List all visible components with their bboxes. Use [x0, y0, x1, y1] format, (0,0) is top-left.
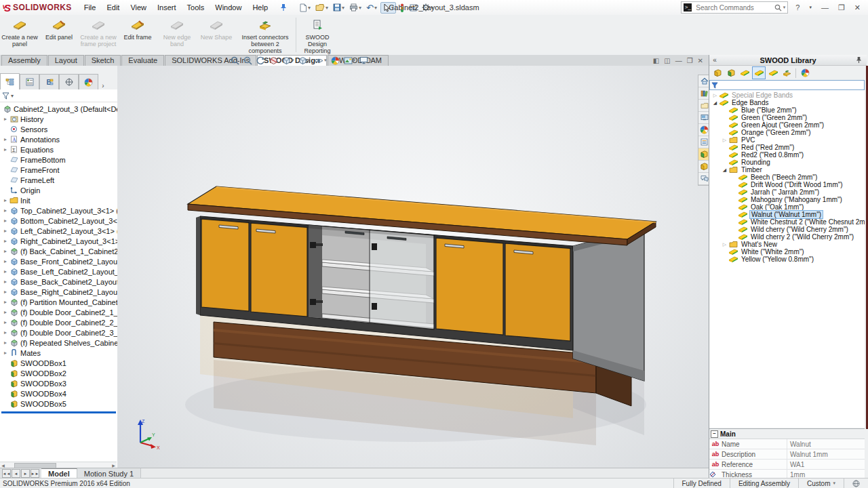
library-item[interactable]: ◢Timber: [709, 166, 865, 174]
graphics-viewport[interactable]: Z X Y: [117, 66, 709, 468]
pin-icon[interactable]: [280, 3, 287, 12]
expand-arrow-icon[interactable]: ▸: [2, 136, 9, 142]
tab-motion-study-1[interactable]: Motion Study 1: [77, 468, 141, 479]
collapse-group-icon[interactable]: −: [711, 430, 718, 438]
tree-item[interactable]: FrameBottom: [0, 155, 117, 165]
restore-button[interactable]: ❐: [836, 3, 847, 12]
library-item[interactable]: ▷What's New: [709, 241, 865, 248]
expand-arrow-icon[interactable]: ▸: [2, 238, 9, 244]
tree-filter-row[interactable]: ▾: [0, 89, 117, 102]
menu-view[interactable]: View: [130, 3, 146, 12]
custom-caret-icon[interactable]: ▾: [833, 481, 835, 486]
tab-evaluate[interactable]: Evaluate: [121, 55, 164, 66]
tree-item[interactable]: ▸Base_Front_Cabinet2_Layout_3<1> (De: [0, 256, 117, 266]
menu-tools[interactable]: Tools: [187, 3, 205, 12]
library-filter-row[interactable]: [709, 80, 865, 90]
propertymanager-tab[interactable]: [20, 74, 39, 89]
display-style-icon[interactable]: ▾: [298, 56, 311, 65]
tree-item[interactable]: ▸Base_Left_Cabinet2_Layout_3<1> (Def: [0, 266, 117, 277]
edge-bands-icon[interactable]: [752, 66, 766, 79]
tree-item[interactable]: ▸Bottom_Cabinet2_Layout_3<1> (Defau: [0, 216, 117, 226]
tree-item[interactable]: ▸(f) Double Door_Cabinet2_1_Cabinet2_: [0, 307, 117, 317]
expand-arrow-icon[interactable]: ▸: [2, 258, 9, 264]
tree-item[interactable]: SWOODBox4: [0, 388, 117, 399]
tree-item[interactable]: ▸Top_Cabinet2_Layout_3<1> (Default<: [0, 205, 117, 216]
new-document-icon[interactable]: ▾: [298, 3, 312, 13]
search-input[interactable]: [694, 3, 774, 12]
properties-group-header[interactable]: − Main: [709, 429, 865, 439]
help-button[interactable]: ?: [793, 3, 802, 12]
expand-arrow-icon[interactable]: ▸: [2, 319, 9, 325]
expand-arrow-icon[interactable]: ▷: [722, 242, 728, 247]
panels-icon[interactable]: [738, 67, 751, 79]
edit-frame-button[interactable]: Edit frame: [118, 15, 157, 55]
globe-icon[interactable]: [844, 479, 868, 488]
tree-item[interactable]: Origin: [0, 185, 117, 195]
library-item[interactable]: Green ("Green 2mm"): [709, 114, 865, 121]
minimize-button[interactable]: —: [819, 3, 831, 12]
expand-arrow-icon[interactable]: ▸: [2, 340, 9, 346]
configurationmanager-tab[interactable]: B: [39, 74, 59, 89]
tree-item[interactable]: ▸ΣEquations: [0, 144, 117, 155]
expand-arrow-icon[interactable]: ▸: [2, 289, 9, 295]
filter-caret-icon[interactable]: ▾: [11, 93, 14, 99]
expand-arrow-icon[interactable]: ◢: [712, 100, 718, 106]
apply-scene-icon[interactable]: ▾: [344, 56, 356, 65]
first-tab-icon[interactable]: ◄◄: [2, 469, 11, 478]
swood-design-reporting-button[interactable]: SWOOD Design Reporting: [298, 15, 337, 55]
tree-item[interactable]: ▸AAnnotations: [0, 134, 117, 144]
tree-item[interactable]: ▸(f) Double Door_Cabinet2_2_Cabinet2_: [0, 317, 117, 327]
library-pin-icon[interactable]: [856, 56, 867, 64]
boxes-icon[interactable]: [725, 67, 737, 79]
view-orientation-icon[interactable]: ▾: [282, 56, 294, 65]
menu-file[interactable]: File: [84, 3, 96, 12]
library-item[interactable]: Orange ("Green 2mm"): [709, 129, 865, 136]
tree-item[interactable]: ▸Right_Cabinet2_Layout_3<1> (Default: [0, 236, 117, 246]
expand-arrow-icon[interactable]: ▸: [2, 146, 9, 152]
library-item[interactable]: Blue ("Blue 2mm"): [709, 106, 865, 114]
tree-root[interactable]: Cabinet2_Layout_3 (Default<Default_Displ: [0, 104, 117, 114]
create-new-panel-button[interactable]: Create a new panel: [0, 15, 39, 55]
print-icon[interactable]: ▾: [348, 3, 363, 12]
library-item[interactable]: Drift Wood ("Drift Wood 1mm"): [709, 181, 865, 188]
property-value[interactable]: Walnut 1mm: [787, 449, 865, 459]
edit-appearance-icon[interactable]: [331, 56, 340, 65]
tab-assembly[interactable]: Assembly: [1, 55, 47, 66]
connectors-icon[interactable]: [781, 67, 793, 79]
doc-pane-left-icon[interactable]: ◧: [653, 57, 659, 64]
doc-pane-right-icon[interactable]: ◫: [664, 57, 670, 64]
library-item[interactable]: Rounding: [709, 159, 865, 166]
tree-item[interactable]: SWOODBox3: [0, 378, 117, 388]
expand-arrow-icon[interactable]: ▸: [2, 207, 9, 214]
library-item[interactable]: ◢Edge Bands: [709, 99, 865, 106]
materials-icon[interactable]: [799, 67, 811, 79]
tab-model[interactable]: Model: [41, 468, 77, 479]
expand-arrow-icon[interactable]: ▸: [2, 329, 9, 336]
menu-window[interactable]: Window: [215, 3, 241, 12]
doc-restore-icon[interactable]: ❐: [687, 57, 693, 64]
dimxpertmanager-tab[interactable]: [59, 74, 79, 89]
tree-item[interactable]: ▸(f) Double Door_Cabinet2_3_Cabinet2_: [0, 327, 117, 338]
library-item[interactable]: ▷Special Edge Bands: [709, 92, 865, 99]
featuremanager-tab[interactable]: [0, 73, 20, 89]
expand-arrow-icon[interactable]: ▷: [712, 93, 718, 98]
cabinets-icon[interactable]: [711, 67, 724, 79]
help-caret-icon[interactable]: ▾: [807, 5, 814, 10]
tree-item[interactable]: ▸(f) Partition Mounted_Cabinet2_1_Cab: [0, 297, 117, 307]
tree-item[interactable]: ▸History: [0, 114, 117, 124]
cabinet-3d-model[interactable]: [117, 66, 709, 468]
prev-tab-icon[interactable]: ◄: [12, 469, 20, 478]
section-view-icon[interactable]: [269, 56, 278, 65]
library-item[interactable]: Mahogany ("Mahogany 1mm"): [709, 196, 865, 203]
next-tab-icon[interactable]: ►: [21, 469, 30, 478]
tree-item[interactable]: FrameLeft: [0, 175, 117, 185]
open-icon[interactable]: ▾: [314, 3, 330, 12]
tree-item[interactable]: ▸Init: [0, 195, 117, 205]
tree-item[interactable]: ▸Mates: [0, 348, 117, 358]
expand-arrow-icon[interactable]: ▸: [2, 197, 9, 203]
expand-arrow-icon[interactable]: ▷: [722, 138, 728, 143]
expand-arrow-icon[interactable]: ▸: [2, 228, 9, 234]
property-value[interactable]: Walnut: [787, 439, 865, 449]
select-icon[interactable]: ▾: [380, 2, 396, 14]
tab-sketch[interactable]: Sketch: [85, 55, 121, 66]
